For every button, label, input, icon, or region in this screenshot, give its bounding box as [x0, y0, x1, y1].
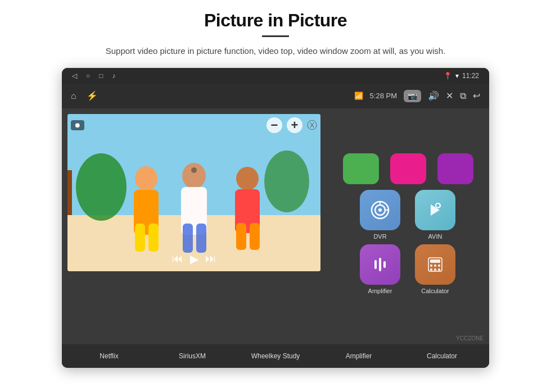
- avin-label: AVIN: [428, 233, 442, 240]
- svg-rect-24: [374, 260, 377, 269]
- avin-icon[interactable]: [415, 190, 455, 230]
- svg-rect-12: [196, 224, 206, 253]
- svg-point-3: [264, 151, 309, 212]
- location-icon: 📍: [444, 72, 452, 80]
- app-nav-right: 📶 5:28 PM 📷 🔊 ✕ ⧉ ↩: [354, 90, 480, 102]
- close-icon[interactable]: ✕: [446, 90, 453, 101]
- svg-point-17: [191, 167, 197, 173]
- fast-forward-button[interactable]: ⏭: [205, 252, 216, 265]
- bottom-amplifier-item: Amplifier: [317, 352, 400, 360]
- rewind-button[interactable]: ⏮: [172, 252, 183, 265]
- siriusxm-partial-icon: [390, 153, 426, 184]
- svg-rect-28: [430, 259, 440, 263]
- dvr-app-wrapper: DVR: [358, 190, 403, 240]
- volume-icon[interactable]: 🔊: [428, 90, 439, 101]
- app-grid-area: DVR AVIN: [326, 108, 489, 344]
- pip-shrink-button[interactable]: −: [267, 117, 282, 133]
- calculator-app-wrapper: Calculator: [413, 244, 458, 294]
- page-wrapper: Picture in Picture Support video picture…: [0, 0, 551, 392]
- camera-button[interactable]: 📷: [404, 90, 421, 102]
- bottom-netflix-item: Netflix: [67, 352, 151, 360]
- svg-rect-33: [434, 268, 436, 271]
- main-content: ⏺ − + ⓧ ⏮ ▶ ⏭: [62, 108, 489, 344]
- pip-playback-controls[interactable]: ⏮ ▶ ⏭: [172, 252, 216, 266]
- svg-point-9: [182, 163, 206, 189]
- pip-icon[interactable]: ⧉: [460, 91, 466, 101]
- bottom-netflix-label: Netflix: [100, 352, 118, 360]
- svg-rect-30: [434, 265, 436, 267]
- bottom-wheelkey-item: Wheelkey Study: [234, 352, 317, 360]
- nav-time: 5:28 PM: [370, 92, 397, 100]
- svg-rect-7: [135, 224, 145, 252]
- pip-overlay: ⏺ − + ⓧ ⏮ ▶ ⏭: [62, 108, 326, 344]
- usb-icon: ⚡: [87, 90, 98, 101]
- home-nav-icon[interactable]: ⌂: [71, 91, 76, 101]
- pip-top-bar: ⏺ − + ⓧ: [71, 117, 317, 133]
- app-nav: ⌂ ⚡ 📶 5:28 PM 📷 🔊 ✕ ⧉ ↩: [62, 84, 489, 108]
- bottom-siriusxm-label: SiriusXM: [179, 352, 206, 360]
- status-time: 11:22: [462, 72, 479, 80]
- svg-point-13: [236, 167, 259, 190]
- svg-rect-29: [430, 265, 432, 267]
- avin-svg: [425, 200, 445, 220]
- app-row-top-partial: [337, 153, 473, 184]
- dvr-label: DVR: [373, 233, 386, 240]
- bottom-siriusxm-item: SiriusXM: [151, 352, 234, 360]
- status-bar: ◁ ○ □ ♪ 📍 ▾ 11:22: [62, 68, 489, 84]
- svg-rect-25: [379, 258, 381, 271]
- amplifier-svg: [370, 254, 390, 275]
- svg-point-20: [378, 208, 382, 212]
- status-bar-right: 📍 ▾ 11:22: [444, 72, 479, 80]
- bottom-amplifier-label: Amplifier: [346, 352, 372, 360]
- pip-size-controls[interactable]: − + ⓧ: [267, 117, 317, 133]
- pip-video-scene: [67, 114, 320, 271]
- svg-point-5: [135, 166, 157, 191]
- amplifier-app-wrapper: Amplifier: [358, 244, 403, 294]
- status-bar-left: ◁ ○ □ ♪: [72, 72, 116, 80]
- svg-rect-15: [236, 223, 246, 250]
- amplifier-icon[interactable]: [360, 244, 400, 285]
- play-button[interactable]: ▶: [190, 252, 198, 266]
- pip-close-button[interactable]: ⓧ: [307, 118, 317, 132]
- svg-rect-4: [67, 170, 72, 215]
- back-nav-icon[interactable]: ↩: [473, 90, 480, 101]
- bottom-wheelkey-label: Wheelkey Study: [251, 352, 300, 360]
- svg-rect-31: [438, 265, 440, 267]
- back-icon[interactable]: ◁: [72, 72, 77, 80]
- page-subtitle: Support video picture in picture functio…: [106, 45, 445, 58]
- svg-rect-26: [383, 261, 386, 268]
- svg-point-2: [76, 153, 127, 221]
- amplifier-label: Amplifier: [368, 288, 392, 294]
- svg-rect-8: [148, 224, 159, 252]
- app-row-1: DVR AVIN: [358, 190, 458, 240]
- svg-rect-32: [430, 268, 432, 271]
- bottom-labels-bar: Netflix SiriusXM Wheelkey Study Amplifie…: [62, 344, 489, 368]
- home-icon[interactable]: ○: [86, 72, 90, 80]
- page-title: Picture in Picture: [204, 10, 347, 31]
- title-divider: [262, 35, 289, 37]
- wheelkey-partial-icon: [437, 153, 473, 184]
- record-icon: ⏺: [71, 120, 84, 130]
- calculator-svg: [425, 254, 445, 275]
- calculator-icon[interactable]: [415, 244, 455, 285]
- svg-rect-16: [250, 223, 260, 250]
- calculator-label: Calculator: [421, 288, 449, 294]
- device-frame: ◁ ○ □ ♪ 📍 ▾ 11:22 ⌂ ⚡ 📶 5:28 PM 📷 🔊: [62, 68, 489, 368]
- dvr-icon[interactable]: [360, 190, 400, 230]
- pip-scene: ⏺ − + ⓧ ⏮ ▶ ⏭: [67, 114, 320, 271]
- avin-app-wrapper: AVIN: [413, 190, 458, 240]
- music-icon: ♪: [112, 72, 116, 80]
- app-row-2: Amplifier: [358, 244, 458, 294]
- svg-rect-11: [183, 224, 193, 253]
- svg-rect-34: [438, 268, 440, 271]
- recents-icon[interactable]: □: [99, 72, 103, 80]
- watermark: YCCZONE: [456, 335, 484, 341]
- netflix-partial-icon: [343, 153, 379, 184]
- wifi-icon: ▾: [455, 72, 459, 80]
- dvr-svg: [369, 199, 391, 221]
- wifi-nav-icon: 📶: [354, 92, 363, 100]
- pip-expand-button[interactable]: +: [287, 117, 302, 133]
- pip-container[interactable]: ⏺ − + ⓧ ⏮ ▶ ⏭: [67, 114, 320, 271]
- bottom-calculator-item: Calculator: [400, 352, 484, 360]
- bottom-calculator-label: Calculator: [427, 352, 457, 360]
